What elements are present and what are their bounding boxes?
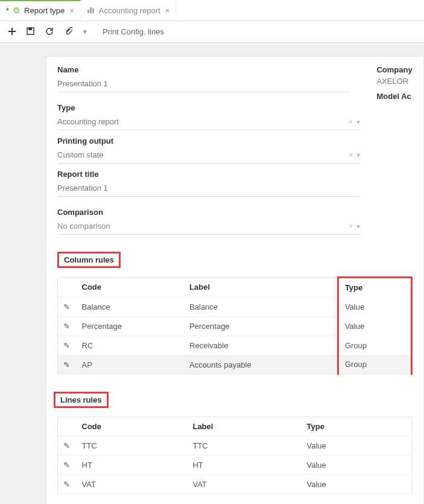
- field-report-title: Report title Presentation 1: [46, 170, 371, 197]
- refresh-button[interactable]: [45, 27, 53, 37]
- clear-icon[interactable]: ×: [349, 222, 353, 231]
- edit-icon[interactable]: ✎: [63, 461, 70, 470]
- new-button[interactable]: [8, 27, 16, 37]
- modified-marker: *: [6, 6, 9, 15]
- form-card: Name Presentation 1 Company AXELOR Model…: [46, 56, 424, 504]
- edit-icon[interactable]: ✎: [63, 360, 70, 369]
- section-title-columns: Column rules: [57, 252, 121, 268]
- company-value: AXELOR: [376, 77, 423, 92]
- name-input[interactable]: Presentation 1: [57, 77, 350, 92]
- edit-icon[interactable]: ✎: [63, 441, 70, 450]
- th-code: Code: [76, 416, 187, 436]
- field-name: Name Presentation 1: [46, 65, 361, 92]
- tab-report-type[interactable]: * ⚙ Report type ×: [0, 0, 81, 21]
- table-row: ✎ Balance Balance Value: [58, 297, 412, 316]
- tab-label: Report type: [24, 6, 65, 15]
- chevron-down-icon[interactable]: ▾: [356, 151, 360, 159]
- save-button[interactable]: [27, 27, 34, 37]
- title-input[interactable]: Presentation 1: [57, 181, 360, 197]
- table-row: ✎ HT HT Value: [58, 455, 413, 474]
- close-icon[interactable]: ×: [69, 6, 74, 15]
- title-label: Report title: [57, 170, 360, 179]
- table-row: ✎ RC Receivable Group: [58, 336, 412, 355]
- tab-label: Accounting report: [99, 6, 160, 15]
- th-label: Label: [186, 416, 300, 436]
- svg-rect-2: [92, 8, 94, 13]
- gear-icon: ⚙: [13, 5, 21, 15]
- edit-icon[interactable]: ✎: [63, 480, 70, 489]
- field-comparison: Comparison No comparison ×▾: [46, 208, 371, 235]
- chevron-down-icon[interactable]: ▾: [356, 118, 360, 126]
- table-row: ✎ TTC TTC Value: [58, 436, 413, 455]
- clear-icon[interactable]: ×: [349, 118, 353, 126]
- comparison-label: Comparison: [57, 208, 360, 217]
- chevron-down-icon[interactable]: ▾: [83, 28, 87, 36]
- close-icon[interactable]: ×: [165, 6, 170, 15]
- type-label: Type: [57, 103, 360, 112]
- chevron-down-icon[interactable]: ▾: [356, 222, 360, 231]
- edit-icon[interactable]: ✎: [63, 322, 70, 331]
- edit-icon[interactable]: ✎: [63, 341, 70, 350]
- th-code: Code: [76, 278, 184, 298]
- th-type: Type: [301, 416, 413, 436]
- column-rules-section: Column rules Code Label Type ✎ Balance B…: [46, 248, 423, 375]
- chart-icon: [87, 5, 95, 15]
- lines-rules-table: Code Label Type ✎ TTC TTC Value ✎ HT HT …: [57, 416, 413, 494]
- tab-bar: * ⚙ Report type × Accounting report ×: [0, 0, 424, 21]
- printing-select[interactable]: Custom state ×▾: [57, 148, 360, 164]
- lines-rules-section: Lines rules Code Label Type ✎ TTC TTC Va…: [46, 388, 423, 494]
- print-config-button[interactable]: Print Config. lines: [103, 27, 164, 36]
- section-title-lines: Lines rules: [54, 392, 109, 408]
- company-label: Company: [376, 65, 423, 74]
- comparison-select[interactable]: No comparison ×▾: [57, 219, 360, 235]
- attach-button[interactable]: [64, 27, 72, 37]
- toolbar: ▾ Print Config. lines: [0, 21, 424, 43]
- edit-icon[interactable]: ✎: [63, 302, 70, 311]
- th-label: Label: [183, 278, 338, 298]
- svg-rect-0: [87, 10, 89, 13]
- field-type: Type Accounting report ×▾: [46, 103, 371, 130]
- clear-icon[interactable]: ×: [349, 151, 353, 159]
- name-label: Name: [57, 65, 350, 74]
- tab-accounting-report[interactable]: Accounting report ×: [81, 0, 177, 21]
- model-label: Model Ac: [376, 92, 423, 101]
- printing-label: Printing output: [57, 136, 360, 145]
- svg-rect-1: [90, 7, 92, 13]
- field-printing-output: Printing output Custom state ×▾: [46, 136, 371, 164]
- table-row: ✎ AP Accounts payable Group: [58, 355, 412, 374]
- column-rules-table: Code Label Type ✎ Balance Balance Value …: [57, 276, 413, 375]
- type-select[interactable]: Accounting report ×▾: [57, 115, 360, 130]
- table-row: ✎ VAT VAT Value: [58, 474, 413, 494]
- svg-rect-4: [28, 28, 32, 30]
- table-row: ✎ Percentage Percentage Value: [58, 316, 412, 336]
- th-type: Type: [338, 278, 411, 298]
